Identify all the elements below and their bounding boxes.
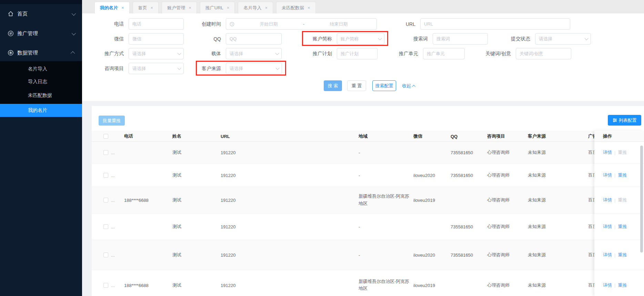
carrier-select[interactable]: 请选择: [226, 48, 282, 59]
detail-link[interactable]: 详情: [603, 172, 612, 178]
search-config-button[interactable]: 搜索配置: [372, 80, 396, 91]
col-header-source: 客户来源: [528, 131, 546, 142]
cell-qq: 735581650: [451, 253, 473, 258]
sidebar-item-home[interactable]: 首页: [0, 6, 82, 22]
close-icon[interactable]: ×: [308, 5, 310, 10]
row-checkbox[interactable]: [103, 150, 108, 155]
url-input[interactable]: [420, 18, 570, 30]
row-checkbox[interactable]: [103, 173, 108, 178]
table-row: ... 测试 191220 - 735581650 心理咨询师 未知来源 百度: [92, 142, 644, 164]
wechat-input[interactable]: [129, 33, 184, 45]
collapse-label: 收起: [402, 83, 411, 89]
cell-url: 191220: [221, 224, 235, 229]
field-promotion-unit: 推广单元: [380, 48, 465, 59]
cell-name: 测试: [172, 252, 181, 258]
field-label: 咨询项目: [86, 66, 124, 72]
close-icon[interactable]: ×: [189, 5, 191, 10]
cell-phone: 188****6688: [124, 198, 149, 203]
tab-home[interactable]: 首页 ×: [133, 2, 159, 13]
chevron-down-icon: [584, 36, 588, 40]
repush-link[interactable]: 重推: [618, 224, 627, 230]
cell-source: 未知来源: [528, 224, 546, 230]
cell-region: -: [359, 172, 360, 178]
promotion-unit-input[interactable]: [423, 48, 465, 59]
fixed-action-column: 操作 详情 | 重推 详情 | 重推 详情 | 重推 详情 | 重推 详情 | …: [594, 131, 644, 296]
list-config-icon: [613, 118, 617, 122]
table-body: ... 测试 191220 - 735581650 心理咨询师 未知来源 百度 …: [92, 142, 644, 296]
cell-source: 未知来源: [528, 172, 546, 178]
tab-unmatched-data[interactable]: 未匹配数据 ×: [276, 2, 316, 13]
row-actions: 详情 | 重推: [594, 240, 644, 270]
cell-wechat: iloveu2020: [413, 172, 435, 178]
promotion-plan-input[interactable]: [337, 48, 378, 59]
sidebar-item-unmatched-data[interactable]: 未匹配数据: [0, 89, 82, 102]
collapse-link[interactable]: 收起: [402, 83, 415, 89]
select-placeholder: 请选择: [230, 51, 243, 57]
cell-wechat: iloveu2019: [413, 283, 435, 288]
close-icon[interactable]: ×: [121, 5, 124, 10]
row-checkbox[interactable]: [103, 198, 108, 203]
close-icon[interactable]: ×: [151, 5, 153, 10]
customer-source-select[interactable]: 请选择: [226, 63, 282, 74]
tab-label: 首页: [138, 5, 147, 11]
field-consult-project: 咨询项目 请选择: [86, 63, 184, 74]
tab-my-cards[interactable]: 我的名片 ×: [94, 2, 130, 13]
tab-promotion-url[interactable]: 推广URL ×: [200, 2, 235, 13]
table-scrollbar[interactable]: [640, 146, 643, 253]
promotion-method-select[interactable]: 请选择: [129, 48, 184, 59]
date-start-placeholder[interactable]: 开始日期: [234, 21, 303, 27]
cell-name: 测试: [172, 149, 181, 156]
row-checkbox[interactable]: [103, 253, 108, 257]
sidebar-item-import-log[interactable]: 导入日志: [0, 75, 82, 89]
select-all-checkbox[interactable]: [103, 134, 108, 139]
sidebar-item-card-import[interactable]: 名片导入: [0, 62, 82, 76]
field-search-word: 搜索词: [390, 33, 488, 45]
sidebar-item-label: 名片导入: [28, 66, 47, 72]
row-checkbox[interactable]: [103, 224, 108, 229]
sidebar-item-data[interactable]: 数据管理: [0, 45, 82, 61]
close-icon[interactable]: ×: [227, 5, 230, 10]
reset-button[interactable]: 重 置: [347, 80, 366, 91]
tab-card-import[interactable]: 名片导入 ×: [238, 2, 273, 13]
consult-project-select[interactable]: 请选择: [129, 63, 184, 74]
detail-link[interactable]: 详情: [603, 282, 612, 288]
search-word-input[interactable]: [433, 33, 488, 45]
qq-input[interactable]: [226, 33, 282, 45]
detail-link[interactable]: 详情: [603, 149, 612, 156]
date-end-placeholder[interactable]: 结束日期: [304, 21, 373, 27]
repush-link[interactable]: 重推: [618, 197, 627, 203]
sidebar-item-promotion[interactable]: 推广管理: [0, 25, 82, 42]
row-ellipsis: ...: [111, 172, 115, 178]
list-config-button[interactable]: 列表配置: [608, 115, 641, 126]
close-icon[interactable]: ×: [265, 5, 268, 10]
row-checkbox[interactable]: [103, 283, 108, 288]
date-range-input[interactable]: 开始日期 - 结束日期: [226, 18, 377, 30]
col-header-phone: 电话: [124, 131, 133, 142]
select-placeholder: 请选择: [539, 36, 552, 42]
detail-link[interactable]: 详情: [603, 252, 612, 258]
chevron-down-icon: [72, 31, 76, 35]
submit-status-select[interactable]: 请选择: [535, 33, 591, 45]
select-placeholder: 请选择: [132, 66, 146, 72]
repush-link[interactable]: 重推: [618, 149, 627, 156]
repush-link[interactable]: 重推: [618, 252, 627, 258]
repush-link[interactable]: 重推: [618, 282, 627, 288]
field-label: 创建时间: [183, 21, 221, 27]
row-actions: 详情 | 重推: [594, 142, 644, 164]
tab-account-management[interactable]: 账户管理 ×: [162, 2, 197, 13]
field-carrier: 载体 请选择: [183, 48, 282, 59]
batch-repush-button[interactable]: 批量重推: [99, 116, 125, 126]
chevron-down-icon: [177, 51, 181, 55]
search-button[interactable]: 搜 索: [324, 80, 342, 91]
detail-link[interactable]: 详情: [603, 224, 612, 230]
table-row: ... 测试 191220 - iloveu2020 735581650 心理咨…: [92, 240, 644, 270]
detail-link[interactable]: 详情: [603, 197, 612, 203]
account-name-select[interactable]: 账户简称: [337, 33, 384, 45]
cell-project: 心理咨询师: [487, 252, 510, 258]
phone-input[interactable]: [129, 18, 184, 30]
sidebar-item-label: 首页: [17, 11, 28, 17]
repush-link[interactable]: 重推: [618, 172, 627, 178]
keyword-creative-input[interactable]: [516, 48, 571, 59]
sidebar-item-label: 未匹配数据: [28, 92, 52, 99]
sidebar-item-my-cards[interactable]: 我的名片: [0, 104, 82, 117]
